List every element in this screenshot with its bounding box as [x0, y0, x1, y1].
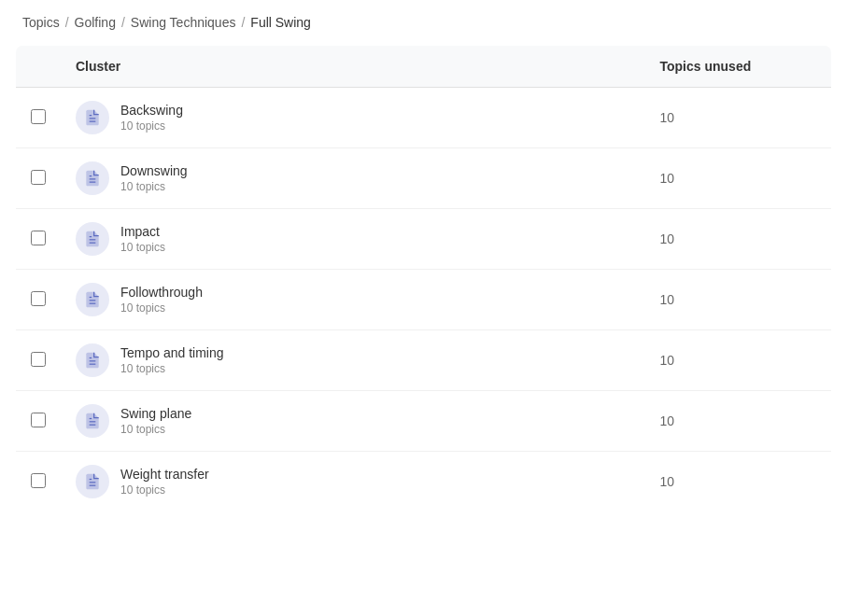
cluster-subtopics-6: 10 topics: [120, 423, 191, 436]
cluster-cell-7[interactable]: Weight transfer 10 topics: [61, 452, 645, 512]
cluster-name-3: Impact: [120, 224, 165, 239]
header-cluster: Cluster: [61, 46, 645, 88]
cluster-table: Cluster Topics unused: [15, 45, 832, 512]
breadcrumb-sep-1: /: [65, 15, 69, 30]
row-checkbox-cell[interactable]: [16, 391, 62, 452]
header-topics-unused: Topics unused: [645, 46, 832, 88]
cluster-cell-1[interactable]: Backswing 10 topics: [61, 88, 645, 148]
topics-unused-6: 10: [645, 391, 832, 452]
cluster-subtopics-3: 10 topics: [120, 241, 165, 254]
table-row: Impact 10 topics 10: [16, 209, 832, 270]
table-row: Swing plane 10 topics 10: [16, 391, 832, 452]
topics-unused-4: 10: [645, 270, 832, 330]
cluster-name-5: Tempo and timing: [120, 345, 224, 360]
row-checkbox-cell[interactable]: [16, 270, 62, 330]
row-checkbox-cell[interactable]: [16, 330, 62, 391]
row-checkbox-cell[interactable]: [16, 88, 62, 148]
row-checkbox-4[interactable]: [31, 291, 46, 306]
cluster-info-2: Downswing 10 topics: [120, 163, 188, 193]
topics-unused-3: 10: [645, 209, 832, 270]
table-row: Weight transfer 10 topics 10: [16, 452, 832, 512]
cluster-info-3: Impact 10 topics: [120, 224, 165, 254]
cluster-info-6: Swing plane 10 topics: [120, 406, 191, 436]
table-row: Followthrough 10 topics 10: [16, 270, 832, 330]
cluster-cell-3[interactable]: Impact 10 topics: [61, 209, 645, 270]
cluster-subtopics-1: 10 topics: [120, 119, 183, 133]
topics-unused-1: 10: [645, 88, 832, 148]
doc-icon-6: [76, 404, 109, 438]
cluster-subtopics-5: 10 topics: [120, 362, 224, 375]
header-checkbox-cell: [16, 46, 62, 88]
topics-unused-2: 10: [645, 148, 832, 209]
doc-icon-2: [76, 161, 109, 195]
cluster-subtopics-4: 10 topics: [120, 301, 203, 315]
doc-icon-4: [76, 283, 109, 316]
cluster-cell-6[interactable]: Swing plane 10 topics: [61, 391, 645, 452]
cluster-name-2: Downswing: [120, 163, 188, 178]
row-checkbox-5[interactable]: [31, 352, 46, 367]
doc-icon-5: [76, 343, 109, 377]
cluster-info-7: Weight transfer 10 topics: [120, 467, 209, 497]
row-checkbox-6[interactable]: [31, 413, 46, 427]
cluster-subtopics-7: 10 topics: [120, 483, 209, 497]
row-checkbox-cell[interactable]: [16, 148, 62, 209]
breadcrumb-sep-3: /: [241, 15, 245, 30]
cluster-subtopics-2: 10 topics: [120, 180, 188, 193]
row-checkbox-7[interactable]: [31, 473, 46, 488]
cluster-name-4: Followthrough: [120, 285, 203, 300]
breadcrumb-full-swing: Full Swing: [250, 15, 311, 30]
cluster-table-container: Cluster Topics unused: [0, 45, 847, 512]
cluster-cell-4[interactable]: Followthrough 10 topics: [61, 270, 645, 330]
row-checkbox-cell[interactable]: [16, 209, 62, 270]
row-checkbox-3[interactable]: [31, 231, 46, 245]
cluster-cell-5[interactable]: Tempo and timing 10 topics: [61, 330, 645, 391]
table-row: Tempo and timing 10 topics 10: [16, 330, 832, 391]
cluster-info-1: Backswing 10 topics: [120, 103, 183, 133]
topics-unused-5: 10: [645, 330, 832, 391]
row-checkbox-2[interactable]: [31, 170, 46, 185]
doc-icon-3: [76, 222, 109, 256]
breadcrumb-topics[interactable]: Topics: [22, 15, 60, 30]
table-body: Backswing 10 topics 10: [16, 88, 832, 512]
cluster-name-1: Backswing: [120, 103, 183, 118]
row-checkbox-1[interactable]: [31, 109, 46, 124]
row-checkbox-cell[interactable]: [16, 452, 62, 512]
breadcrumb-golfing[interactable]: Golfing: [75, 15, 116, 30]
breadcrumb-sep-2: /: [121, 15, 125, 30]
cluster-name-6: Swing plane: [120, 406, 191, 421]
cluster-name-7: Weight transfer: [120, 467, 209, 482]
doc-icon-7: [76, 465, 109, 498]
topics-unused-7: 10: [645, 452, 832, 512]
cluster-info-5: Tempo and timing 10 topics: [120, 345, 224, 375]
cluster-cell-2[interactable]: Downswing 10 topics: [61, 148, 645, 209]
table-header: Cluster Topics unused: [16, 46, 832, 88]
breadcrumb: Topics / Golfing / Swing Techniques / Fu…: [0, 0, 847, 45]
breadcrumb-swing-techniques[interactable]: Swing Techniques: [131, 15, 236, 30]
cluster-info-4: Followthrough 10 topics: [120, 285, 203, 315]
table-row: Backswing 10 topics 10: [16, 88, 832, 148]
table-row: Downswing 10 topics 10: [16, 148, 832, 209]
doc-icon-1: [76, 101, 109, 134]
